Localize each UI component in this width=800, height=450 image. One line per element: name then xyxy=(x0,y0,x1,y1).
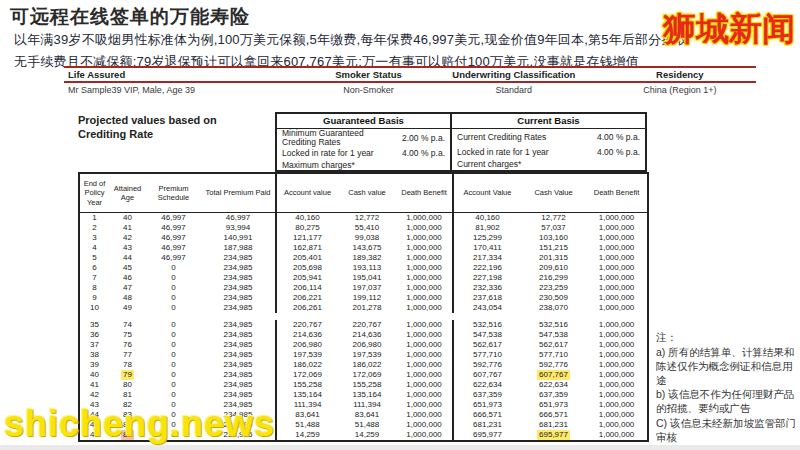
guaranteed-basis-row: Maximum charges* xyxy=(277,160,450,172)
table-cell: 206,980 xyxy=(338,340,396,350)
column-header: Death Benefit xyxy=(586,173,648,213)
table-cell: 195,041 xyxy=(338,273,396,283)
table-cell: 187,988 xyxy=(201,243,276,253)
smoker-status-value: Non-Smoker xyxy=(313,82,424,95)
table-cell: 1,000,000 xyxy=(396,350,453,360)
table-cell: 75 xyxy=(109,330,146,340)
table-cell: 1,000,000 xyxy=(586,320,648,330)
table-cell: 51,488 xyxy=(338,420,396,430)
table-cell: 205,401 xyxy=(276,253,338,263)
table-cell: 681,231 xyxy=(453,420,521,430)
current-basis-row: Current Crediting Rates 4.00 % p.a. xyxy=(452,129,645,147)
table-cell: 0 xyxy=(146,303,201,313)
table-cell: 234,985 xyxy=(201,360,276,370)
table-cell: 111,394 xyxy=(338,400,396,410)
table-cell: 81,902 xyxy=(453,223,521,233)
table-row: 38770234,985197,539197,5391,000,000577,7… xyxy=(79,350,648,360)
table-cell: 547,538 xyxy=(453,330,521,340)
table-cell: 1,000,000 xyxy=(586,293,648,303)
table-cell: 1,000,000 xyxy=(586,223,648,233)
table-cell: 14,259 xyxy=(338,430,396,441)
table-cell: 234,985 xyxy=(201,273,276,283)
table-cell: 83,641 xyxy=(276,410,338,420)
table-cell: 1,000,000 xyxy=(586,350,648,360)
column-header: Attained Age xyxy=(109,173,146,213)
column-header: Account value xyxy=(276,173,338,213)
table-row: 40790234,985172,069172,0691,000,000607,7… xyxy=(79,370,648,380)
gap-cell xyxy=(586,313,648,320)
table-cell: 55,410 xyxy=(338,223,396,233)
bottom-bar xyxy=(0,445,800,450)
guaranteed-basis-box: Guaranteed Basis Minimum Guaranteed Cred… xyxy=(275,112,452,172)
table-cell: 1,000,000 xyxy=(396,253,453,263)
table-cell: 40 xyxy=(109,213,146,224)
table-cell: 7 xyxy=(79,273,109,283)
current-basis-box: Current Basis Current Crediting Rates 4.… xyxy=(452,112,647,172)
table-cell: 220,767 xyxy=(276,320,338,330)
table-cell: 162,871 xyxy=(276,243,338,253)
projection-table: End of Policy Year Attained Age Premium … xyxy=(78,172,649,442)
table-row: 39780234,985186,022186,0221,000,000592,7… xyxy=(79,360,648,370)
table-cell: 1,000,000 xyxy=(396,370,453,380)
table-cell: 1,000,000 xyxy=(586,430,648,441)
table-cell: 8 xyxy=(79,283,109,293)
table-cell: 42 xyxy=(79,390,109,400)
table-cell: 651,973 xyxy=(521,400,586,410)
table-cell: 6 xyxy=(79,263,109,273)
table-cell: 637,359 xyxy=(453,390,521,400)
table-cell: 40,160 xyxy=(453,213,521,224)
table-cell: 197,037 xyxy=(338,283,396,293)
table-cell: 135,164 xyxy=(276,390,338,400)
table-cell: 234,985 xyxy=(201,380,276,390)
table-cell: 1,000,000 xyxy=(586,410,648,420)
table-cell: 46 xyxy=(109,273,146,283)
column-header: Account Value xyxy=(453,173,521,213)
table-cell: 80,275 xyxy=(276,223,338,233)
table-cell: 1,000,000 xyxy=(396,380,453,390)
table-cell: 0 xyxy=(146,283,201,293)
table-cell: 547,538 xyxy=(521,330,586,340)
table-cell: 695,977 xyxy=(521,430,586,441)
table-cell: 622,634 xyxy=(453,380,521,390)
table-cell: 237,618 xyxy=(453,293,521,303)
life-assured-header: Life Assured xyxy=(64,67,313,82)
table-cell: 592,776 xyxy=(453,360,521,370)
column-header: Cash value xyxy=(338,173,396,213)
table-cell: 155,258 xyxy=(276,380,338,390)
table-cell: 214,636 xyxy=(276,330,338,340)
table-cell: 1,000,000 xyxy=(396,283,453,293)
basis-boxes: Guaranteed Basis Minimum Guaranteed Cred… xyxy=(275,112,647,172)
table-cell: 1,000,000 xyxy=(586,253,648,263)
table-cell: 35 xyxy=(79,320,109,330)
life-assured-value-row: Mr Sample39 VIP, Male, Age 39 Non-Smoker… xyxy=(64,82,756,95)
table-cell: 0 xyxy=(146,350,201,360)
table-cell: 78 xyxy=(109,360,146,370)
table-cell: 234,985 xyxy=(201,330,276,340)
table-cell: 1,000,000 xyxy=(396,243,453,253)
table-cell: 1,000,000 xyxy=(396,410,453,420)
table-cell: 170,411 xyxy=(453,243,521,253)
table-cell: 592,776 xyxy=(521,360,586,370)
table-row: 42810234,985135,164135,1641,000,000637,3… xyxy=(79,390,648,400)
table-row: 9480234,985206,221199,1121,000,000237,61… xyxy=(79,293,648,303)
table-cell: 186,022 xyxy=(338,360,396,370)
table-cell: 0 xyxy=(146,293,201,303)
table-cell: 9 xyxy=(79,293,109,303)
table-cell: 222,196 xyxy=(453,263,521,273)
table-cell: 46,997 xyxy=(146,223,201,233)
current-basis-row: Current charges* xyxy=(452,159,645,171)
table-cell: 1,000,000 xyxy=(396,360,453,370)
table-cell: 77 xyxy=(109,350,146,360)
table-cell: 234,985 xyxy=(201,303,276,313)
table-cell: 93,994 xyxy=(201,223,276,233)
table-cell: 76 xyxy=(109,340,146,350)
table-row: 44346,997187,988162,871143,6751,000,0001… xyxy=(79,243,648,253)
table-cell: 0 xyxy=(146,370,201,380)
table-cell: 695,977 xyxy=(453,430,521,441)
basis-row-label: Current Crediting Rates xyxy=(457,133,546,142)
guaranteed-basis-row: Locked in rate for 1 year 4.00 % p.a. xyxy=(277,148,450,160)
table-row: 36750234,985214,636214,6361,000,000547,5… xyxy=(79,330,648,340)
table-cell: 1,000,000 xyxy=(586,263,648,273)
table-cell: 206,980 xyxy=(276,340,338,350)
table-cell: 39 xyxy=(79,360,109,370)
